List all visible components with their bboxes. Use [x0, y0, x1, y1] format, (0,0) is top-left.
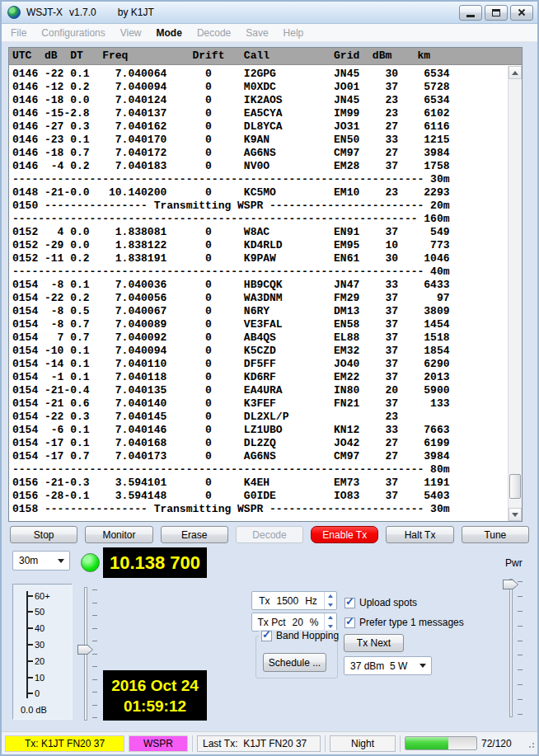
- decode-row: 0154 -17 0.1 7.040168 0 DL2ZQ JO42 27 61…: [12, 437, 508, 450]
- band-separator-row: ----------------------------------------…: [12, 463, 508, 477]
- spin-up-button[interactable]: [325, 613, 336, 622]
- slider-thumb[interactable]: [503, 580, 518, 589]
- tx-freq-spinbox[interactable]: Tx 1500 Hz: [251, 591, 337, 610]
- audio-gain-slider[interactable]: [76, 585, 99, 722]
- menu-view[interactable]: View: [113, 25, 149, 41]
- pwr-label: Pwr: [505, 557, 523, 569]
- menu-mode[interactable]: Mode: [149, 25, 190, 41]
- check-icon: ✓: [345, 615, 354, 627]
- erase-button[interactable]: Erase: [161, 526, 228, 543]
- resize-grip-icon[interactable]: [525, 739, 534, 748]
- schedule-button[interactable]: Schedule ...: [263, 653, 326, 672]
- spin-up-button[interactable]: [325, 592, 336, 601]
- meter-tick: 40: [28, 624, 50, 633]
- scrollbar-thumb[interactable]: [509, 474, 521, 499]
- titlebar: WSJT-X v1.7.0 by K1JT: [2, 2, 537, 24]
- spin-down-icon: [328, 625, 333, 628]
- check-icon: ✓: [345, 595, 354, 608]
- tx-freq-suffix: Hz: [305, 595, 317, 607]
- decode-row: 0154 -17 0.7 7.040173 0 AG6NS CM97 27 39…: [12, 450, 508, 463]
- tx-next-button[interactable]: Tx Next: [344, 634, 404, 652]
- decode-row: 0146 -23 0.1 7.040170 0 K9AN EN50 33 121…: [12, 134, 508, 147]
- scroll-down-icon: [512, 513, 518, 517]
- prefer-type1-row[interactable]: ✓ Prefer type 1 messages: [344, 617, 464, 628]
- close-icon: [518, 8, 526, 16]
- decode-row: 0146 -15-2.8 7.040137 0 EA5CYA IM99 23 6…: [12, 107, 508, 120]
- meter-readout: 0.0 dB: [21, 705, 47, 715]
- band-select-value: 30m: [19, 555, 38, 566]
- window-title-byline: by K1JT: [118, 7, 154, 18]
- transmit-row: 0150 ---------------- Transmitting WSPR …: [12, 200, 508, 213]
- check-icon: ✓: [262, 628, 271, 641]
- enable-tx-button[interactable]: Enable Tx: [311, 526, 378, 543]
- band-separator-row: ----------------------------------------…: [12, 265, 508, 279]
- meter-tick: 60+: [28, 591, 50, 600]
- decode-table-body[interactable]: 0146 -22 0.1 7.040064 0 I2GPG JN45 30 65…: [9, 66, 508, 521]
- maximize-button[interactable]: [485, 5, 508, 21]
- decode-row: 0146 -27 0.3 7.040162 0 DL8YCA JO31 27 6…: [12, 120, 508, 134]
- decode-scrollbar[interactable]: [508, 66, 522, 521]
- decode-row: 0146 -4 0.2 7.040183 0 NV0O EM28 37 1758: [12, 160, 508, 173]
- pwr-slider[interactable]: [501, 577, 524, 719]
- status-band-mode: Night: [330, 735, 396, 752]
- tx-pct-suffix: %: [310, 617, 319, 628]
- scroll-up-button[interactable]: [509, 66, 522, 79]
- scroll-down-button[interactable]: [509, 508, 522, 521]
- minimize-button[interactable]: [459, 5, 482, 21]
- decode-row: 0154 -14 0.1 7.040110 0 DF5FF JO40 37 62…: [12, 358, 508, 371]
- chevron-down-icon: [58, 559, 64, 563]
- upload-spots-row[interactable]: ✓ Upload spots: [344, 597, 417, 608]
- meter-tick: 30: [28, 640, 50, 649]
- transmit-row: 0158 ---------------- Transmitting WSPR …: [12, 503, 508, 516]
- decode-row: 0148 -21-0.0 10.140200 0 KC5MO EM10 23 2…: [12, 186, 508, 200]
- decode-row: 0154 -8 0.7 7.040089 0 VE3FAL EN58 37 14…: [12, 318, 508, 331]
- power-select[interactable]: 37 dBm 5 W: [344, 656, 432, 675]
- menu-decode[interactable]: Decode: [190, 25, 238, 41]
- halt-tx-button[interactable]: Halt Tx: [386, 526, 453, 543]
- decode-row: 0154 -22 0.2 7.040056 0 WA3DNM FM29 37 9…: [12, 292, 508, 305]
- slider-thumb[interactable]: [77, 645, 93, 655]
- meter-tick: 0: [28, 689, 50, 698]
- prefer-type1-checkbox[interactable]: ✓: [344, 617, 355, 628]
- menu-save[interactable]: Save: [238, 25, 275, 41]
- statusbar-divider: [192, 735, 193, 752]
- tx-progress-bar: [405, 736, 477, 750]
- menu-file[interactable]: File: [3, 25, 34, 41]
- decode-row: 0154 -8 0.1 7.040036 0 HB9CQK JN47 33 64…: [12, 279, 508, 292]
- decode-row: 0154 -10 0.1 7.040094 0 K5CZD EM32 37 18…: [12, 345, 508, 358]
- band-hopping-checkbox[interactable]: ✓: [261, 631, 272, 641]
- decode-button[interactable]: Decode: [236, 526, 303, 543]
- decode-text-area[interactable]: UTC dB DT Freq Drift Call Grid dBm km 01…: [8, 47, 523, 522]
- close-button[interactable]: [510, 5, 533, 21]
- band-separator-row: ----------------------------------------…: [12, 173, 508, 186]
- decode-row: 0154 -22 0.3 7.040145 0 DL2XL/P 23: [12, 411, 508, 424]
- frequency-display: 10.138 700: [103, 547, 207, 578]
- progress-count: 72/120: [481, 738, 512, 749]
- menu-help[interactable]: Help: [276, 25, 312, 41]
- status-tx: Tx: K1JT FN20 37: [5, 735, 124, 752]
- spin-down-button[interactable]: [325, 601, 336, 610]
- window-title-app: WSJT-X: [26, 7, 63, 18]
- decode-row: 0152 -29 0.0 1.838122 0 KD4RLD EM95 10 7…: [12, 239, 508, 252]
- decode-row: 0152 -11 0.2 1.838191 0 K9PAW EN61 30 10…: [12, 252, 508, 265]
- statusbar-divider: [400, 735, 401, 752]
- statusbar: Tx: K1JT FN20 37 WSPR Last Tx: K1JT FN20…: [2, 731, 537, 754]
- decode-row: 0154 7 0.7 7.040092 0 AB4QS EL88 37 1518: [12, 331, 508, 345]
- menu-configurations[interactable]: Configurations: [34, 25, 112, 41]
- monitor-button[interactable]: Monitor: [85, 526, 152, 543]
- meter-tick: 50: [28, 608, 50, 617]
- spin-up-icon: [328, 616, 333, 619]
- band-hopping-checkbox-row[interactable]: ✓ Band Hopping: [259, 630, 341, 641]
- decode-row: 0154 -21-0.4 7.040135 0 EA4URA IN80 20 5…: [12, 384, 508, 397]
- upload-spots-checkbox[interactable]: ✓: [344, 598, 355, 608]
- tx-freq-value: 1500: [276, 595, 298, 607]
- slider-groove[interactable]: [509, 579, 513, 717]
- wsjt-x-window: WSJT-X v1.7.0 by K1JT FileConfigurations…: [0, 0, 539, 756]
- band-select[interactable]: 30m: [12, 551, 70, 571]
- meter-tick: 20: [28, 656, 50, 665]
- chevron-down-icon: [419, 664, 426, 668]
- clock-time: 01:59:12: [103, 696, 207, 716]
- status-mode: WSPR: [129, 735, 188, 752]
- stop-button[interactable]: Stop: [10, 526, 77, 543]
- tune-button[interactable]: Tune: [462, 526, 529, 543]
